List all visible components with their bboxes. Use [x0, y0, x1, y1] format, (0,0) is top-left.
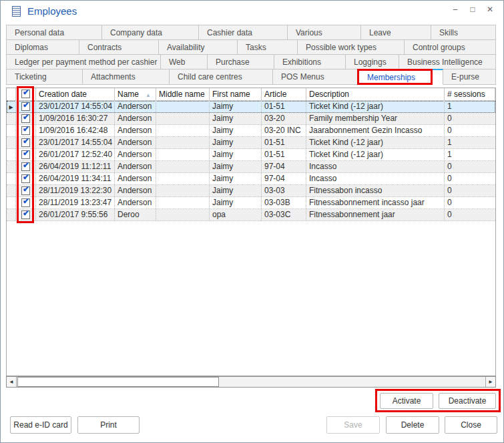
check-icon: ✔ [22, 113, 30, 122]
read-eid-card-button[interactable]: Read e-ID card [10, 416, 71, 434]
close-button[interactable]: Close [445, 416, 497, 434]
row-checkbox[interactable]: ✔ [21, 162, 30, 171]
cell-article: 03-03B [262, 197, 306, 208]
cell-name: Anderson [115, 173, 156, 184]
cell-article: 03-03C [262, 209, 306, 220]
row-checkbox-cell: ✔ [16, 125, 36, 136]
check-icon: ✔ [22, 197, 30, 206]
titlebar: Employees – □ ✕ [1, 1, 503, 23]
cell-description: Ticket Kind (-12 jaar) [306, 137, 445, 148]
row-checkbox-cell: ✔ [16, 161, 36, 172]
select-all-cell: ✔ [16, 88, 36, 100]
column-header-middle-name[interactable]: Middle name [156, 88, 210, 100]
row-checkbox[interactable]: ✔ [21, 138, 30, 147]
row-indicator-cell [7, 197, 16, 208]
print-button[interactable]: Print [77, 416, 140, 434]
table-row[interactable]: ✔26/01/2017 9:55:56Derooopa03-03CFitness… [7, 209, 495, 221]
horizontal-scrollbar[interactable]: ◄ ► [6, 376, 496, 388]
cell-description: Ticket Kind (-12 jaar) [306, 101, 445, 112]
select-all-checkbox[interactable]: ✔ [21, 90, 30, 98]
column-header-first-name[interactable]: First name [210, 88, 262, 100]
column-header-sessions[interactable]: # sessions [445, 88, 495, 100]
close-icon[interactable]: ✕ [485, 5, 495, 14]
tab-cashier-data[interactable]: Cashier data [199, 25, 288, 40]
table-row[interactable]: ✔28/11/2019 13:23:47AndersonJaimy03-03BF… [7, 197, 495, 209]
tab-possible-work-types[interactable]: Possible work types [298, 39, 405, 55]
scrollbar-thumb[interactable] [17, 377, 219, 387]
activate-button[interactable]: Activate [380, 393, 433, 409]
grid-header-row: ✔Creation dateName▲Middle nameFirst name… [7, 88, 495, 101]
cell-description: Jaarabonnement Gezin Incasso [306, 125, 445, 136]
tab-various[interactable]: Various [288, 25, 361, 40]
check-icon: ✔ [22, 137, 30, 146]
table-row[interactable]: ✔26/04/2019 11:34:11AndersonJaimy97-04In… [7, 173, 495, 185]
row-checkbox-cell: ✔ [16, 149, 36, 160]
row-checkbox[interactable]: ✔ [21, 198, 30, 207]
delete-button[interactable]: Delete [386, 416, 439, 434]
cell-article: 03-03 [262, 185, 306, 196]
row-indicator-cell: ▶ [7, 101, 16, 112]
scroll-right-icon[interactable]: ► [485, 377, 495, 387]
cell-creation-date: 26/01/2017 9:55:56 [36, 209, 115, 220]
column-header-name[interactable]: Name▲ [115, 88, 156, 100]
row-checkbox[interactable]: ✔ [21, 174, 30, 183]
tab-loggings[interactable]: Loggings [346, 54, 399, 69]
table-row[interactable]: ✔1/09/2016 16:42:48AndersonJaimy03-20 IN… [7, 125, 495, 137]
tab-control-groups[interactable]: Control groups [405, 39, 496, 55]
tab-exhibitions[interactable]: Exhibitions [274, 54, 346, 69]
table-row[interactable]: ▶✔23/01/2017 14:55:04AndersonJaimy01-51T… [7, 101, 495, 113]
tab-availability[interactable]: Availability [159, 39, 238, 55]
row-checkbox[interactable]: ✔ [21, 114, 30, 123]
tab-ticketing[interactable]: Ticketing [6, 69, 83, 85]
tab-purchase[interactable]: Purchase [208, 54, 274, 69]
deactivate-button[interactable]: Deactivate [439, 393, 496, 409]
row-checkbox[interactable]: ✔ [21, 102, 30, 111]
cell-name: Anderson [115, 185, 156, 196]
tab-attachments[interactable]: Attachments [83, 69, 170, 85]
tab-web[interactable]: Web [161, 54, 208, 69]
row-checkbox[interactable]: ✔ [21, 126, 30, 135]
row-checkbox-cell: ✔ [16, 137, 36, 148]
tab-company-data[interactable]: Company data [102, 25, 199, 40]
grid-body: ▶✔23/01/2017 14:55:04AndersonJaimy01-51T… [7, 101, 495, 221]
employees-window: Employees – □ ✕ Personal dataCompany dat… [0, 0, 504, 443]
table-row[interactable]: ✔1/09/2016 16:30:27AndersonJaimy03-20Fam… [7, 113, 495, 125]
maximize-icon[interactable]: □ [467, 5, 478, 14]
column-header-description[interactable]: Description [306, 88, 445, 100]
tab-memberships[interactable]: Memberships [359, 69, 443, 85]
table-row[interactable]: ✔26/01/2017 12:52:40AndersonJaimy01-51Ti… [7, 149, 495, 161]
cell-first-name: Jaimy [210, 185, 262, 196]
cell-middle-name [156, 149, 210, 160]
column-header-creation-date[interactable]: Creation date [36, 88, 115, 100]
check-icon: ✔ [22, 149, 30, 158]
minimize-icon[interactable]: – [450, 5, 461, 14]
tab-child-care-centres[interactable]: Child care centres [170, 69, 273, 85]
column-header-article[interactable]: Article [262, 88, 306, 100]
cell-name: Anderson [115, 197, 156, 208]
tab-contracts[interactable]: Contracts [79, 39, 159, 55]
row-checkbox-cell: ✔ [16, 185, 36, 196]
table-row[interactable]: ✔26/04/2019 11:12:11AndersonJaimy97-04In… [7, 161, 495, 173]
table-row[interactable]: ✔23/01/2017 14:55:04AndersonJaimy01-51Ti… [7, 137, 495, 149]
row-checkbox[interactable]: ✔ [21, 150, 30, 159]
row-checkbox[interactable]: ✔ [21, 186, 30, 195]
cell-article: 03-20 [262, 113, 306, 124]
cell-middle-name [156, 209, 210, 220]
tab-personal-data[interactable]: Personal data [6, 25, 102, 40]
tab-e-purse[interactable]: E-purse [443, 69, 496, 85]
tab-skills[interactable]: Skills [431, 25, 496, 40]
tab-leave[interactable]: Leave [361, 25, 431, 40]
cell-creation-date: 26/04/2019 11:12:11 [36, 161, 115, 172]
tab-row-3: Ledger per payment method per cashierWeb… [6, 54, 496, 69]
row-checkbox-cell: ✔ [16, 209, 36, 220]
tab-tasks[interactable]: Tasks [238, 39, 298, 55]
tab-pos-menus[interactable]: POS Menus [273, 69, 359, 85]
tab-ledger-per-payment-method-per-cashier[interactable]: Ledger per payment method per cashier [6, 54, 161, 69]
scroll-left-icon[interactable]: ◄ [7, 377, 17, 387]
table-row[interactable]: ✔28/11/2019 13:22:30AndersonJaimy03-03Fi… [7, 185, 495, 197]
tab-business-intelligence[interactable]: Business Intelligence [399, 54, 496, 69]
check-icon: ✔ [22, 185, 30, 194]
row-checkbox[interactable]: ✔ [21, 210, 30, 219]
cell-first-name: Jaimy [210, 173, 262, 184]
tab-diplomas[interactable]: Diplomas [6, 39, 79, 55]
